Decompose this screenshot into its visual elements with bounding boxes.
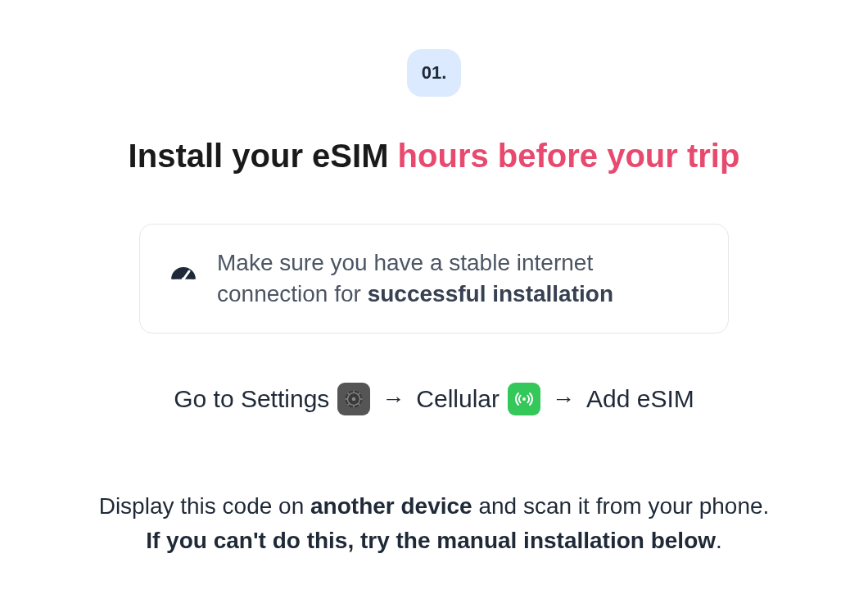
instructions-line1: Display this code on another device and … (66, 489, 802, 524)
headline-accent: hours before your trip (398, 138, 740, 174)
svg-point-3 (352, 397, 356, 401)
path-go-to-settings: Go to Settings (174, 385, 329, 413)
line2-bold: If you can't do this, try the manual ins… (146, 528, 716, 553)
line1-bold: another device (310, 493, 472, 519)
arrow-icon: → (378, 386, 408, 412)
line1-suffix: and scan it from your phone. (472, 493, 770, 519)
path-add-esim: Add eSIM (586, 385, 694, 413)
settings-icon (337, 383, 370, 415)
scan-instructions: Display this code on another device and … (66, 489, 802, 558)
headline-prefix: Install your eSIM (129, 138, 398, 174)
page-title: Install your eSIM hours before your trip (129, 138, 740, 175)
connection-notice: Make sure you have a stable internet con… (139, 224, 729, 333)
notice-text: Make sure you have a stable internet con… (217, 247, 698, 310)
speedometer-icon (170, 263, 197, 294)
path-cellular: Cellular (416, 385, 500, 413)
settings-path: Go to Settings → Cellular → Add eSIM (174, 383, 694, 415)
instructions-line2: If you can't do this, try the manual ins… (66, 524, 802, 558)
cellular-icon (508, 383, 540, 415)
step-number-badge: 01. (407, 49, 462, 97)
line2-suffix: . (716, 528, 722, 553)
line1-prefix: Display this code on (99, 493, 310, 519)
svg-point-0 (182, 277, 186, 281)
arrow-icon: → (549, 386, 578, 412)
notice-strong: successful installation (368, 281, 613, 306)
svg-point-4 (522, 397, 526, 401)
